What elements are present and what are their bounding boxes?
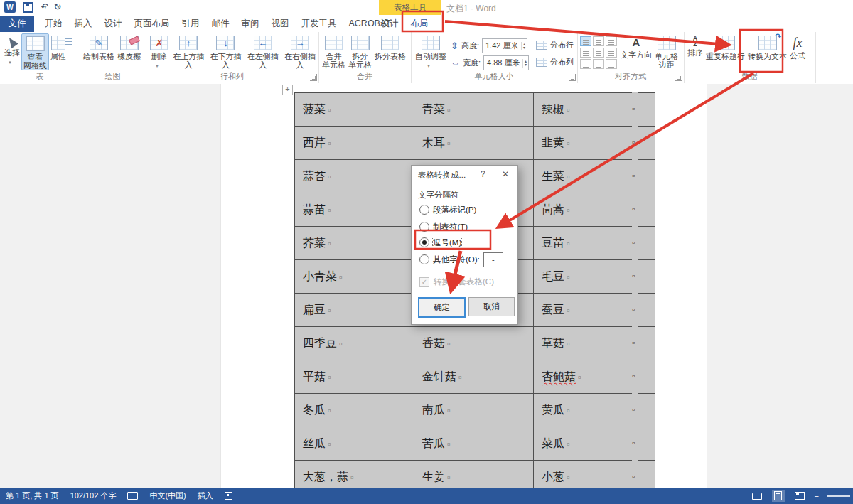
undo-dropdown-icon[interactable]: ▾ [44, 4, 47, 10]
ribbon-tab-contextual[interactable]: 布局 [404, 16, 434, 32]
height-input[interactable]: 1.42 厘米 ▴▾ [482, 38, 527, 53]
sort-button[interactable]: AZ 排序 [686, 33, 704, 57]
tab-file[interactable]: 文件 [0, 16, 34, 32]
insert-above-button[interactable]: ↑ 在上方插入 [170, 33, 207, 69]
table-cell[interactable]: 冬瓜¤ [295, 394, 414, 427]
print-layout-button[interactable] [772, 490, 785, 502]
macro-record-icon[interactable] [225, 492, 232, 500]
align-bottom-right-button[interactable] [606, 59, 617, 69]
radio-other-character[interactable]: 其他字符(O): - [419, 252, 503, 267]
table-cell[interactable]: 金针菇¤ [414, 360, 534, 394]
proofing-icon[interactable] [127, 492, 138, 500]
width-input[interactable]: 4.88 厘米 ▴▾ [483, 55, 529, 70]
table-cell[interactable]: 芥菜¤ [295, 227, 414, 260]
draw-table-button[interactable]: ✎ 绘制表格 [82, 33, 116, 60]
height-spinner[interactable]: ▴▾ [521, 42, 527, 50]
zoom-out-button[interactable]: − [815, 492, 819, 500]
select-button[interactable]: 选择 ▾ [3, 33, 21, 67]
table-cell[interactable]: 小青菜¤ [295, 260, 414, 294]
delete-button[interactable]: ✗ 删除 ▾ [149, 33, 170, 70]
web-layout-button[interactable] [793, 490, 806, 502]
eraser-button[interactable]: 橡皮擦 [116, 33, 142, 60]
table-cell[interactable]: 蒜苗¤ [295, 193, 414, 227]
delete-dropdown-icon[interactable]: ▾ [156, 62, 159, 70]
view-gridlines-button[interactable]: 查看 网格线 [21, 33, 49, 70]
ribbon-tab[interactable]: 邮件 [205, 16, 235, 32]
align-top-right-button[interactable] [606, 36, 617, 46]
table-cell[interactable]: 香菇¤ [414, 327, 534, 360]
dialog-help-icon[interactable]: ? [481, 169, 485, 179]
insert-mode[interactable]: 插入 [198, 490, 213, 501]
split-table-button[interactable]: 拆分表格 [373, 33, 407, 60]
ribbon-tab[interactable]: 审阅 [235, 16, 265, 32]
ok-button[interactable]: 确定 [418, 297, 466, 318]
ribbon-tab[interactable]: 引用 [176, 16, 205, 32]
cell-text: 香菇 [422, 337, 445, 349]
radio-comma[interactable]: 逗号(M) [419, 235, 461, 250]
split-cells-button[interactable]: 拆分 单元格 [347, 33, 373, 69]
language-status[interactable]: 中文(中国) [149, 490, 186, 501]
other-character-input[interactable]: - [483, 252, 503, 267]
table-cell[interactable]: 苦瓜¤ [414, 427, 534, 461]
ribbon-tab[interactable]: 页面布局 [128, 16, 176, 32]
formula-button[interactable]: fx 公式 [788, 33, 807, 60]
cell-end-marker-icon: ¤ [567, 173, 570, 181]
redo-dropdown-icon[interactable]: ▾ [57, 4, 60, 10]
align-bottom-left-button[interactable] [580, 59, 591, 69]
word-count[interactable]: 102/102 个字 [70, 490, 117, 501]
ribbon-tab[interactable]: 开发工具 [295, 16, 343, 32]
page-info[interactable]: 第 1 页, 共 1 页 [6, 490, 59, 501]
save-icon[interactable] [23, 2, 33, 13]
width-spinner[interactable]: ▴▾ [522, 59, 528, 68]
table-cell[interactable]: 南瓜¤ [414, 394, 534, 427]
distribute-cols-button[interactable]: 分布列 [536, 57, 574, 68]
align-middle-center-button[interactable] [593, 48, 604, 58]
repeat-header-button[interactable]: 重复标题行 [704, 33, 746, 60]
table-cell[interactable]: 平菇¤ [295, 360, 414, 394]
autofit-button[interactable]: 自动调整 ▾ [414, 33, 448, 70]
table-cell[interactable]: 蒜苔¤ [295, 160, 414, 193]
properties-button[interactable]: 属性 [49, 33, 68, 60]
insert-below-button[interactable]: ↓ 在下方插入 [207, 33, 244, 69]
table-move-handle[interactable]: + [282, 85, 293, 95]
redo-button[interactable]: ↻ ▾ [53, 1, 59, 13]
ribbon-tab[interactable]: 开始 [38, 16, 68, 32]
table-cell[interactable]: 菠菜¤ [295, 93, 414, 127]
distribute-rows-button[interactable]: 分布行 [536, 40, 574, 50]
ribbon-tab-contextual[interactable]: 设计 [375, 16, 404, 32]
ribbon-tab[interactable]: 插入 [68, 16, 98, 32]
zoom-slider[interactable] [827, 495, 850, 497]
select-dropdown-icon[interactable]: ▾ [9, 58, 11, 67]
radio-tab-character[interactable]: 制表符(T) [419, 220, 468, 234]
table-cell[interactable]: 四季豆¤ [295, 327, 414, 360]
insert-left-button[interactable]: ← 在左侧插入 [245, 33, 281, 69]
insert-right-button[interactable]: → 在右侧插入 [281, 33, 318, 69]
align-top-left-button[interactable] [580, 36, 591, 46]
undo-button[interactable]: ↶ ▾ [41, 1, 46, 13]
read-mode-button[interactable] [751, 490, 763, 502]
ribbon-tab[interactable]: 视图 [265, 16, 295, 32]
dialog-close-icon[interactable]: ✕ [502, 169, 509, 179]
table-cell[interactable]: 木耳¤ [414, 127, 534, 160]
table-cell[interactable]: 青菜¤ [414, 93, 534, 127]
align-bottom-center-button[interactable] [593, 59, 604, 69]
align-middle-left-button[interactable] [580, 48, 591, 58]
align-middle-right-button[interactable] [606, 48, 617, 58]
cell-margins-button[interactable]: 单元格 边距 [653, 33, 680, 69]
merge-cells-button[interactable]: 合并 单元格 [321, 33, 347, 69]
table-cell[interactable]: 西芹¤ [295, 127, 414, 160]
table-cell[interactable]: 丝瓜¤ [295, 427, 414, 461]
table-cell[interactable]: 扁豆¤ [295, 294, 414, 327]
cancel-button[interactable]: 取消 [468, 297, 515, 316]
cell-end-marker-icon: ¤ [350, 474, 354, 481]
align-top-center-button[interactable] [593, 36, 604, 46]
dialog-launcher-icon[interactable] [310, 74, 317, 81]
dialog-launcher-icon[interactable] [569, 74, 576, 81]
ribbon-tab[interactable]: 设计 [98, 16, 128, 32]
autofit-dropdown-icon[interactable]: ▾ [427, 62, 430, 70]
dialog-launcher-icon[interactable] [675, 74, 682, 81]
convert-to-text-button[interactable]: ↷ 转换为文本 [746, 33, 788, 60]
cell-end-marker-icon: ¤ [328, 207, 331, 214]
text-direction-button[interactable]: A 文字方向 [619, 33, 653, 59]
radio-paragraph-mark[interactable]: 段落标记(P) [419, 203, 476, 217]
